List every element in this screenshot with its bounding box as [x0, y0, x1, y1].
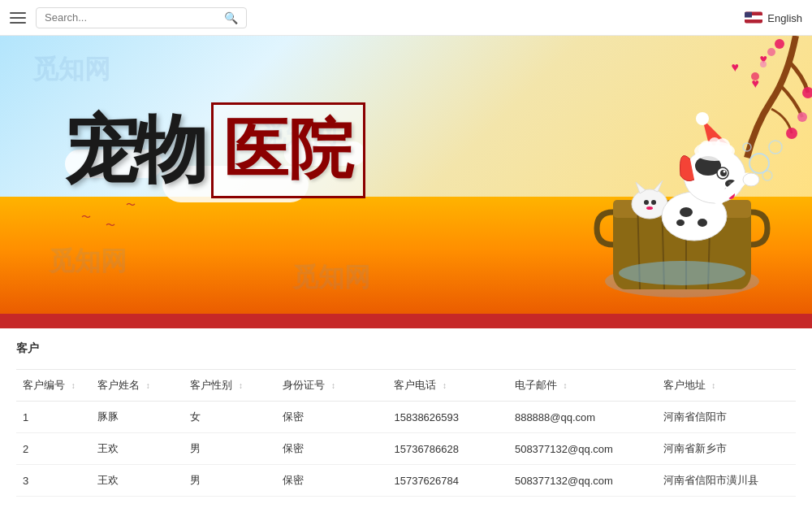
svg-point-18 — [644, 200, 649, 205]
svg-point-29 — [723, 171, 726, 173]
svg-point-20 — [646, 206, 653, 210]
banner-red-strip — [0, 314, 812, 328]
search-icon[interactable]: 🔍 — [224, 11, 238, 24]
search-input[interactable] — [45, 11, 224, 24]
svg-point-19 — [651, 200, 656, 205]
col-header-name[interactable]: 客户姓名 ↕ — [91, 370, 184, 402]
cell-gender: 男 — [184, 433, 276, 465]
cell-address: 河南省信阳市 — [657, 402, 796, 433]
menu-icon[interactable] — [10, 12, 26, 24]
cell-id: 1 — [16, 402, 91, 433]
col-header-address[interactable]: 客户地址 ↕ — [657, 370, 796, 402]
svg-point-5 — [760, 61, 767, 67]
sort-icon-gender: ↕ — [239, 381, 243, 390]
banner: 觅知网 觅知网 觅知网 觅知网 〜 〜 〜 ♥ ♥ ♥ 宠物 医院 — [0, 36, 812, 328]
cell-name: 王欢 — [91, 433, 184, 465]
svg-point-22 — [680, 207, 693, 217]
svg-point-38 — [769, 141, 782, 154]
svg-point-37 — [749, 154, 769, 173]
section-title: 客户 — [16, 341, 796, 356]
table-row[interactable]: 2 王欢 男 保密 15736786628 508377132@qq.com 河… — [16, 433, 796, 465]
customers-table: 客户编号 ↕ 客户姓名 ↕ 客户性别 ↕ 身份证号 ↕ 客户电话 ↕ — [16, 369, 796, 497]
cell-name: 王欢 — [91, 465, 184, 497]
bird-2: 〜 — [106, 219, 115, 232]
sort-icon-phone: ↕ — [443, 381, 447, 390]
cell-phone: 15737626784 — [387, 465, 508, 497]
navbar: 🔍 English — [0, 0, 812, 36]
svg-point-31 — [728, 182, 732, 185]
table-row[interactable]: 1 豚豚 女 保密 15838626593 888888@qq.com 河南省信… — [16, 402, 796, 433]
language-label: English — [767, 11, 802, 24]
svg-point-44 — [709, 137, 720, 149]
svg-point-6 — [751, 72, 759, 80]
content-area: 客户 客户编号 ↕ 客户姓名 ↕ 客户性别 ↕ 身份证号 ↕ — [0, 328, 812, 508]
cell-id: 3 — [16, 465, 91, 497]
cell-idnum: 保密 — [276, 402, 387, 433]
cell-email: 508377132@qq.com — [508, 433, 657, 465]
svg-point-4 — [775, 39, 784, 49]
table-header: 客户编号 ↕ 客户姓名 ↕ 客户性别 ↕ 身份证号 ↕ 客户电话 ↕ — [16, 370, 796, 402]
table-body: 1 豚豚 女 保密 15838626593 888888@qq.com 河南省信… — [16, 402, 796, 497]
col-header-gender[interactable]: 客户性别 ↕ — [184, 370, 276, 402]
svg-point-40 — [762, 171, 772, 180]
cell-address: 河南省新乡市 — [657, 433, 796, 465]
col-header-email[interactable]: 电子邮件 ↕ — [508, 370, 657, 402]
cell-phone: 15838626593 — [387, 402, 508, 433]
cell-idnum: 保密 — [276, 433, 387, 465]
cell-email: 508377132@qq.com — [508, 465, 657, 497]
cell-gender: 女 — [184, 402, 276, 433]
language-switcher[interactable]: English — [745, 11, 802, 24]
title-hospital: 医院 — [211, 102, 365, 198]
cell-id: 2 — [16, 433, 91, 465]
bird-1: 〜 — [81, 211, 91, 224]
banner-title: 宠物 医院 — [65, 101, 365, 200]
col-header-idnum[interactable]: 身份证号 ↕ — [276, 370, 387, 402]
sort-icon-id: ↕ — [71, 381, 76, 390]
svg-point-3 — [767, 48, 775, 56]
table-row[interactable]: 3 王欢 男 保密 15737626784 508377132@qq.com 河… — [16, 465, 796, 497]
cell-idnum: 保密 — [276, 465, 387, 497]
svg-point-14 — [619, 261, 745, 285]
sort-icon-name: ↕ — [146, 381, 150, 390]
sort-icon-idnum: ↕ — [331, 381, 335, 390]
cell-name: 豚豚 — [91, 402, 184, 433]
cell-phone: 15736786628 — [387, 433, 508, 465]
search-box: 🔍 — [36, 7, 247, 28]
svg-point-39 — [743, 143, 751, 151]
title-pet: 宠物 — [65, 101, 203, 200]
cell-email: 888888@qq.com — [508, 402, 657, 433]
cell-address: 河南省信阳市潢川县 — [657, 465, 796, 497]
flag-icon — [745, 12, 762, 24]
cell-gender: 男 — [184, 465, 276, 497]
sort-icon-address: ↕ — [711, 381, 715, 390]
dog-illustration — [552, 86, 812, 314]
sort-icon-email: ↕ — [564, 381, 568, 390]
svg-point-24 — [676, 219, 685, 226]
svg-point-36 — [743, 173, 759, 186]
svg-marker-17 — [654, 180, 663, 192]
col-header-id[interactable]: 客户编号 ↕ — [16, 370, 91, 402]
col-header-phone[interactable]: 客户电话 ↕ — [387, 370, 508, 402]
svg-point-23 — [698, 219, 707, 227]
bird-3: 〜 — [126, 198, 136, 212]
svg-point-35 — [696, 112, 709, 125]
